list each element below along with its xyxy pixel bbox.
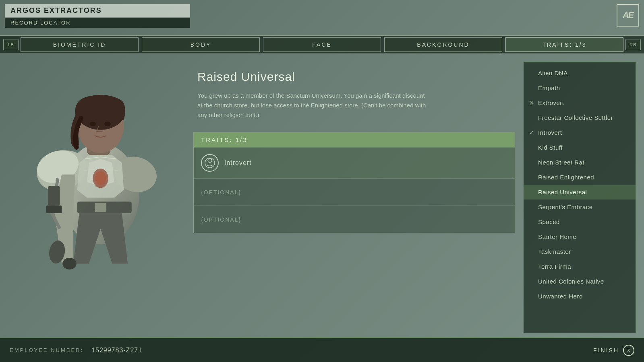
tab-traits[interactable]: TRAITS: 1/3 <box>505 37 623 52</box>
traits-list-item-terra-firma[interactable]: Terra Firma <box>524 259 636 274</box>
nav-right-button[interactable]: RB <box>625 39 641 50</box>
ae-logo: AE <box>617 4 639 27</box>
trait-info-area: Raised Universal You grew up as a member… <box>193 62 515 132</box>
app-root: ARGOS EXTRACTORS RECORD LOCATOR AE LB BI… <box>0 0 644 362</box>
tab-face[interactable]: FACE <box>263 37 381 52</box>
top-bar: ARGOS EXTRACTORS RECORD LOCATOR AE <box>0 0 644 35</box>
trait-slot-2[interactable]: {OPTIONAL} <box>194 178 515 206</box>
trait-slot-1[interactable]: Introvert <box>194 147 515 178</box>
tab-biometric[interactable]: BIOMETRIC ID <box>21 37 139 52</box>
trait-slot-1-icon <box>201 154 219 172</box>
svg-point-7 <box>90 122 96 127</box>
finish-label: FINISH <box>593 347 619 354</box>
svg-point-8 <box>104 122 110 127</box>
svg-point-16 <box>62 258 77 269</box>
tab-background[interactable]: BACKGROUND <box>384 37 502 52</box>
traits-list-panel: Alien DNAEmpath✕ExtrovertFreestar Collec… <box>523 62 636 333</box>
traits-list-item-kid-stuff[interactable]: Kid Stuff <box>524 140 636 155</box>
traits-list-item-alien-dna[interactable]: Alien DNA <box>524 66 636 80</box>
svg-point-17 <box>208 158 212 162</box>
traits-list-item-starter-home[interactable]: Starter Home <box>524 229 636 244</box>
tab-body[interactable]: BODY <box>142 37 260 52</box>
main-content: Raised Universal You grew up as a member… <box>0 54 644 337</box>
traits-slots-header: TRAITS: 1/3 <box>194 132 515 147</box>
employee-number: 15299783-Z271 <box>91 347 142 354</box>
employee-label: EMPLOYEE NUMBER: <box>10 347 83 353</box>
traits-list-item-taskmaster[interactable]: Taskmaster <box>524 244 636 259</box>
nav-tabs: LB BIOMETRIC ID BODY FACE BACKGROUND TRA… <box>0 35 644 54</box>
svg-rect-12 <box>46 206 62 213</box>
traits-list-item-unwanted-hero[interactable]: Unwanted Hero <box>524 289 636 304</box>
traits-list-item-serpents-embrace[interactable]: Serpent's Embrace <box>524 200 636 214</box>
traits-list-item-united-colonies[interactable]: United Colonies Native <box>524 274 636 289</box>
trait-slot-3-label: {OPTIONAL} <box>201 216 241 223</box>
svg-rect-10 <box>95 203 106 212</box>
svg-point-18 <box>205 158 215 168</box>
center-panel: Raised Universal You grew up as a member… <box>193 62 515 333</box>
svg-point-14 <box>95 171 106 185</box>
traits-slots-container: TRAITS: 1/3 Introvert {OPTIONAL} <box>193 132 515 233</box>
top-bar-left: ARGOS EXTRACTORS RECORD LOCATOR <box>5 4 190 35</box>
finish-circle[interactable]: X <box>623 345 634 356</box>
traits-list-item-spaced[interactable]: Spaced <box>524 214 636 229</box>
company-name: ARGOS EXTRACTORS <box>5 4 190 18</box>
record-locator: RECORD LOCATOR <box>5 18 190 28</box>
traits-list-item-raised-enlightened[interactable]: Raised Enlightened <box>524 170 636 185</box>
traits-list-item-introvert[interactable]: ✓Introvert <box>524 125 636 140</box>
trait-detail-description: You grew up as a member of the Sanctum U… <box>197 91 431 120</box>
trait-slot-2-label: {OPTIONAL} <box>201 189 241 195</box>
trait-detail-title: Raised Universal <box>197 70 511 84</box>
traits-list-item-freestar[interactable]: Freestar Collective Settler <box>524 110 636 125</box>
character-section <box>8 62 185 333</box>
trait-slot-3[interactable]: {OPTIONAL} <box>194 206 515 233</box>
traits-list-item-extrovert[interactable]: ✕Extrovert <box>524 95 636 110</box>
traits-list-item-raised-universal[interactable]: Raised Universal <box>524 185 636 200</box>
nav-left-button[interactable]: LB <box>3 39 19 50</box>
bottom-bar: EMPLOYEE NUMBER: 15299783-Z271 FINISH X <box>0 338 644 362</box>
traits-list-item-empath[interactable]: Empath <box>524 80 636 95</box>
finish-button[interactable]: FINISH X <box>593 345 634 356</box>
svg-rect-11 <box>48 186 60 206</box>
traits-list-item-neon-street-rat[interactable]: Neon Street Rat <box>524 155 636 170</box>
character-portrait <box>8 62 185 279</box>
trait-slot-1-name: Introvert <box>224 159 252 167</box>
